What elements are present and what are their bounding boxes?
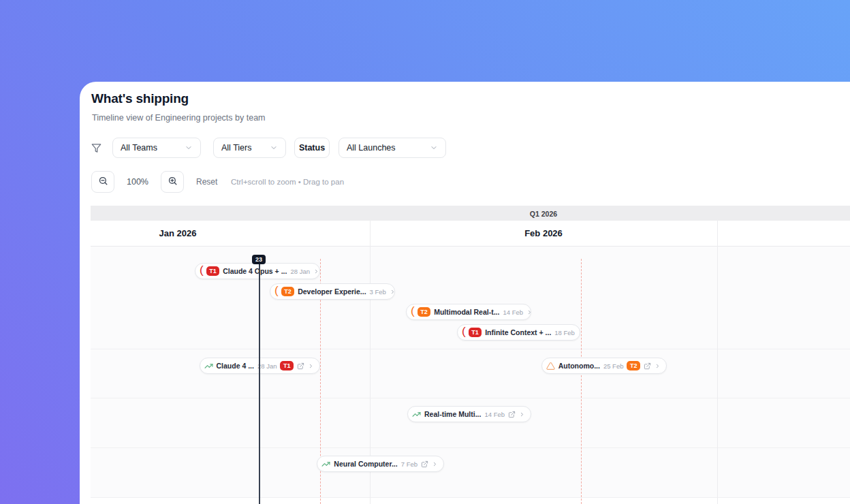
tier-badge: T2: [627, 361, 640, 371]
launch-date-dashed-line: [581, 259, 582, 504]
launches-filter-value: All Launches: [347, 143, 396, 153]
project-date: 28 Jan: [290, 268, 310, 275]
filter-funnel-icon: [91, 143, 101, 156]
start-bracket-icon: (: [462, 325, 466, 338]
zoom-out-icon: [98, 176, 108, 189]
chevron-right-icon: [308, 363, 314, 369]
chevron-right-icon: [526, 309, 531, 315]
milestone-date: 28 Jan: [257, 362, 277, 370]
teams-filter-value: All Teams: [121, 143, 157, 153]
chevron-down-icon: [185, 144, 193, 152]
milestone-label: Claude 4 ...: [217, 362, 254, 370]
external-link-icon: [644, 362, 651, 370]
trending-up-icon: [412, 410, 421, 419]
trending-up-icon: [204, 362, 213, 371]
timeline-lane-row: [91, 349, 850, 398]
page-subtitle: Timeline view of Engineering projects by…: [92, 113, 266, 123]
zoom-pan-hint: Ctrl+scroll to zoom • Drag to pan: [231, 178, 344, 186]
timeline-bar[interactable]: (T2Developer Experie...3 Feb: [270, 283, 395, 300]
tiers-filter-dropdown[interactable]: All Tiers: [213, 138, 286, 158]
project-date: 18 Feb: [554, 329, 575, 336]
chevron-right-icon: [390, 289, 395, 295]
milestone-label: Neural Computer...: [334, 460, 397, 468]
tier-badge: T1: [469, 328, 482, 337]
milestone-date: 14 Feb: [484, 411, 505, 418]
external-link-icon: [297, 362, 304, 370]
today-date-badge: 23: [252, 255, 266, 264]
project-date: 14 Feb: [503, 309, 523, 316]
tier-badge: T2: [418, 307, 431, 317]
timeline-bar[interactable]: (T2Multimodal Real-t...14 Feb: [406, 304, 531, 320]
milestone-label: Real-time Multi...: [424, 410, 481, 418]
chevron-right-icon: [519, 411, 525, 418]
zoom-in-button[interactable]: [161, 171, 184, 193]
chevron-down-icon: [270, 144, 278, 152]
tier-badge: T2: [281, 287, 295, 296]
start-bracket-icon: (: [411, 304, 415, 318]
external-link-icon: [508, 411, 516, 418]
quarter-label: Q1 2026: [530, 210, 557, 218]
tier-badge: T1: [206, 266, 220, 276]
project-label: Infinite Context + ...: [485, 328, 551, 336]
project-date: 3 Feb: [370, 288, 386, 296]
zoom-reset-button[interactable]: Reset: [196, 177, 217, 187]
project-label: Claude 4 Opus + ...: [223, 267, 287, 275]
milestone-date: 7 Feb: [401, 460, 418, 468]
month-label: Feb 2026: [524, 228, 563, 238]
chevron-right-icon: [578, 330, 580, 336]
chevron-right-icon: [655, 363, 661, 369]
tier-badge: T1: [280, 361, 294, 371]
trending-up-icon: [321, 460, 330, 469]
timeline-bar[interactable]: (T1Infinite Context + ...18 Feb: [457, 324, 580, 341]
month-label: Jan 2026: [159, 228, 197, 238]
launches-filter-dropdown[interactable]: All Launches: [339, 138, 446, 158]
page-background: What's shipping Timeline view of Enginee…: [0, 0, 850, 504]
chevron-right-icon: [313, 268, 319, 274]
month-gridline: [717, 221, 718, 504]
start-bracket-icon: (: [274, 284, 279, 298]
page-title: What's shipping: [91, 91, 189, 106]
tiers-filter-value: All Tiers: [221, 143, 251, 153]
warning-icon: [546, 362, 555, 371]
timeline-bar[interactable]: (T1Claude 4 Opus + ...28 Jan: [195, 263, 320, 279]
project-label: Developer Experie...: [298, 287, 366, 296]
zoom-out-button[interactable]: [91, 171, 114, 193]
milestone-date: 25 Feb: [603, 362, 624, 370]
chevron-right-icon: [432, 461, 438, 467]
zoom-in-icon: [168, 176, 178, 189]
project-label: Multimodal Real-t...: [434, 308, 499, 316]
milestone-pill[interactable]: Autonomo...25 FebT2: [541, 358, 667, 374]
quarter-header-band: [91, 206, 850, 221]
teams-filter-dropdown[interactable]: All Teams: [112, 138, 201, 158]
zoom-level: 100%: [127, 177, 148, 187]
start-bracket-icon: (: [200, 264, 204, 277]
timeline-lane-row: [91, 448, 850, 498]
external-link-icon: [421, 460, 428, 468]
months-header-row: [91, 221, 850, 247]
milestone-pill[interactable]: Neural Computer...7 Feb: [317, 456, 444, 472]
chevron-down-icon: [430, 144, 438, 152]
milestone-pill[interactable]: Real-time Multi...14 Feb: [407, 406, 531, 422]
status-filter-label: Status: [299, 143, 325, 153]
milestone-label: Autonomo...: [558, 362, 600, 370]
status-filter-button[interactable]: Status: [294, 138, 330, 158]
today-line: [259, 257, 260, 504]
